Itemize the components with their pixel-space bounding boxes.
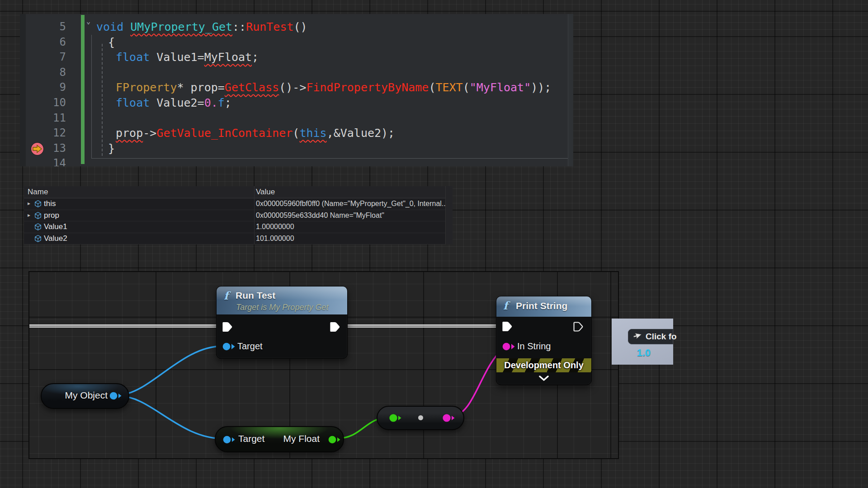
watch-variable-value: 1.00000000 bbox=[256, 221, 294, 232]
exec-output-pin[interactable] bbox=[330, 321, 341, 335]
print-string-node-header[interactable]: f Print String bbox=[496, 296, 591, 317]
function-icon: f bbox=[224, 289, 228, 302]
development-only-label: Development Only bbox=[504, 360, 584, 371]
expand-node-chevron-icon[interactable] bbox=[538, 375, 549, 383]
expand-arrow-icon[interactable]: ▸ bbox=[28, 198, 30, 209]
target-pin-label: Target bbox=[237, 341, 263, 352]
function-icon: f bbox=[503, 299, 508, 312]
my-float-output-pin[interactable] bbox=[328, 435, 341, 446]
watch-scrollbar-strip[interactable] bbox=[445, 186, 453, 244]
click-for-output-label: Click fo bbox=[646, 329, 677, 344]
code-line: float Value1=MyFloat; bbox=[116, 50, 259, 65]
watch-variable-name: this bbox=[44, 198, 56, 209]
editor-scrollbar-strip[interactable] bbox=[568, 14, 573, 166]
code-line: FProperty* prop=GetClass()->FindProperty… bbox=[116, 80, 551, 95]
getter-target-label: Target bbox=[238, 427, 264, 450]
cpp-variable-cube-icon bbox=[34, 211, 42, 220]
click-for-output-button[interactable]: Click fo bbox=[628, 329, 673, 344]
expand-arrow-icon[interactable]: ▸ bbox=[28, 210, 30, 221]
my-object-output-pin[interactable] bbox=[109, 391, 123, 402]
get-my-float-node[interactable]: Target My Float bbox=[215, 426, 344, 452]
cpp-variable-cube-icon bbox=[34, 200, 42, 208]
float-to-string-conversion-node[interactable] bbox=[377, 406, 464, 430]
development-only-banner: Development Only bbox=[496, 358, 591, 372]
getter-target-input-pin[interactable] bbox=[223, 435, 236, 446]
watch-window[interactable]: Name Value ▸ this 0x000005960fbf0ff0 (Na… bbox=[24, 186, 452, 244]
conversion-node-dot bbox=[418, 415, 423, 420]
watch-variable-name: Value1 bbox=[44, 221, 67, 232]
watch-row[interactable]: ▸ prop 0x00000595e633dd40 Name="MyFloat" bbox=[24, 210, 445, 222]
watch-variable-value: 0x000005960fbf0ff0 (Name="MyProperty_Get… bbox=[256, 198, 446, 209]
exec-input-pin[interactable] bbox=[502, 320, 513, 334]
watch-row[interactable]: ▸ Value2 101.000000 bbox=[24, 233, 445, 245]
code-editor-panel[interactable]: 567891011121314 ˅ void UMyProperty_Get::… bbox=[20, 14, 573, 166]
watch-variable-name: Value2 bbox=[44, 233, 67, 244]
code-line: void UMyProperty_Get::RunTest() bbox=[96, 19, 307, 35]
in-string-input-pin[interactable] bbox=[502, 342, 515, 353]
exec-output-pin-unconnected[interactable] bbox=[573, 320, 584, 334]
code-line: } bbox=[108, 141, 115, 156]
conversion-input-pin[interactable] bbox=[389, 413, 402, 424]
watch-variable-value: 0x00000595e633dd40 Name="MyFloat" bbox=[256, 210, 384, 221]
watch-variable-name: prop bbox=[44, 210, 59, 221]
my-object-variable-node[interactable]: My Object bbox=[41, 383, 129, 409]
watch-variable-value: 101.000000 bbox=[256, 233, 294, 244]
watch-rows: ▸ this 0x000005960fbf0ff0 (Name="MyPrope… bbox=[24, 186, 445, 244]
screenshot-canvas: f Run Test Target is My Property Get Tar… bbox=[0, 0, 868, 488]
cursor-pointer-icon bbox=[632, 332, 642, 343]
node-subtitle: Target is My Property Get bbox=[236, 303, 328, 312]
debug-value: 1.0 bbox=[629, 346, 658, 360]
code-line: prop->GetValue_InContainer(this,&Value2)… bbox=[116, 126, 395, 141]
target-input-pin[interactable] bbox=[222, 342, 236, 353]
watch-row[interactable]: ▸ Value1 1.00000000 bbox=[24, 221, 445, 233]
code-line: { bbox=[108, 35, 115, 50]
in-string-pin-label: In String bbox=[517, 341, 551, 352]
code-area[interactable]: void UMyProperty_Get::RunTest(){float Va… bbox=[20, 14, 573, 166]
debug-output-bubble: Click fo 1.0 bbox=[612, 319, 673, 365]
exec-input-pin[interactable] bbox=[222, 321, 233, 335]
cpp-variable-cube-icon bbox=[34, 235, 42, 243]
node-title: Print String bbox=[516, 300, 567, 311]
print-string-node[interactable]: f Print String In String Development Onl… bbox=[496, 296, 592, 385]
node-title: Run Test bbox=[236, 290, 275, 301]
my-object-label: My Object bbox=[65, 384, 108, 407]
run-test-node[interactable]: f Run Test Target is My Property Get Tar… bbox=[216, 286, 348, 359]
my-float-label: My Float bbox=[283, 427, 320, 450]
cpp-variable-cube-icon bbox=[34, 223, 42, 231]
conversion-output-pin[interactable] bbox=[443, 413, 456, 424]
watch-row[interactable]: ▸ this 0x000005960fbf0ff0 (Name="MyPrope… bbox=[24, 198, 445, 210]
run-test-node-header[interactable]: f Run Test Target is My Property Get bbox=[217, 286, 347, 315]
code-line: float Value2=0.f; bbox=[116, 95, 231, 111]
